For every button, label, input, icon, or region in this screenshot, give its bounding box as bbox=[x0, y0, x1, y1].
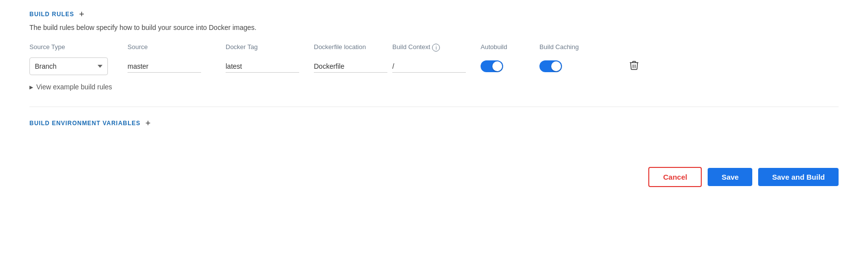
col-header-source: Source bbox=[128, 43, 226, 52]
view-example-link[interactable]: ▶ View example build rules bbox=[29, 83, 839, 91]
source-type-select[interactable]: Branch Tag bbox=[29, 57, 108, 75]
docker-tag-cell bbox=[226, 60, 314, 73]
chevron-right-icon: ▶ bbox=[29, 84, 33, 90]
save-and-build-button[interactable]: Save and Build bbox=[758, 168, 839, 186]
env-vars-header: BUILD ENVIRONMENT VARIABLES + bbox=[29, 119, 839, 128]
col-header-docker-tag: Docker Tag bbox=[226, 43, 314, 52]
source-type-cell: Branch Tag bbox=[29, 57, 128, 75]
build-rules-header: BUILD RULES + bbox=[29, 10, 839, 19]
add-env-var-button[interactable]: + bbox=[144, 119, 152, 128]
col-header-source-type: Source Type bbox=[29, 43, 128, 52]
col-header-build-context: Build Context i bbox=[392, 43, 481, 52]
env-vars-title: BUILD ENVIRONMENT VARIABLES bbox=[29, 120, 140, 127]
view-example-label: View example build rules bbox=[36, 83, 112, 91]
col-header-autobuild: Autobuild bbox=[481, 43, 539, 52]
source-cell bbox=[128, 60, 226, 73]
table-header: Source Type Source Docker Tag Dockerfile… bbox=[29, 43, 839, 52]
autobuild-slider bbox=[481, 60, 503, 72]
page: BUILD RULES + The build rules below spec… bbox=[0, 0, 868, 271]
footer: Cancel Save Save and Build bbox=[29, 167, 839, 197]
build-rules-description: The build rules below specify how to bui… bbox=[29, 24, 839, 31]
build-caching-slider bbox=[539, 60, 562, 72]
save-button[interactable]: Save bbox=[708, 168, 752, 186]
docker-tag-input[interactable] bbox=[226, 60, 299, 73]
add-build-rule-button[interactable]: + bbox=[78, 10, 85, 19]
cancel-button[interactable]: Cancel bbox=[648, 167, 702, 187]
trash-icon bbox=[630, 60, 638, 70]
build-caching-cell bbox=[539, 60, 628, 72]
build-rules-title: BUILD RULES bbox=[29, 11, 74, 18]
delete-cell bbox=[628, 58, 657, 75]
col-header-build-caching: Build Caching bbox=[539, 43, 628, 52]
autobuild-toggle[interactable] bbox=[481, 60, 503, 72]
col-header-dockerfile-location: Dockerfile location bbox=[314, 43, 392, 52]
table-row: Branch Tag bbox=[29, 57, 839, 75]
build-context-info-icon[interactable]: i bbox=[432, 44, 440, 52]
section-separator bbox=[29, 107, 839, 107]
dockerfile-location-cell bbox=[314, 60, 392, 73]
build-caching-toggle[interactable] bbox=[539, 60, 562, 72]
source-input[interactable] bbox=[128, 60, 201, 73]
build-context-input[interactable] bbox=[392, 60, 466, 73]
build-context-cell bbox=[392, 60, 481, 73]
col-header-actions bbox=[628, 43, 657, 52]
dockerfile-location-input[interactable] bbox=[314, 60, 387, 73]
autobuild-cell bbox=[481, 60, 539, 72]
delete-rule-button[interactable] bbox=[628, 58, 640, 75]
